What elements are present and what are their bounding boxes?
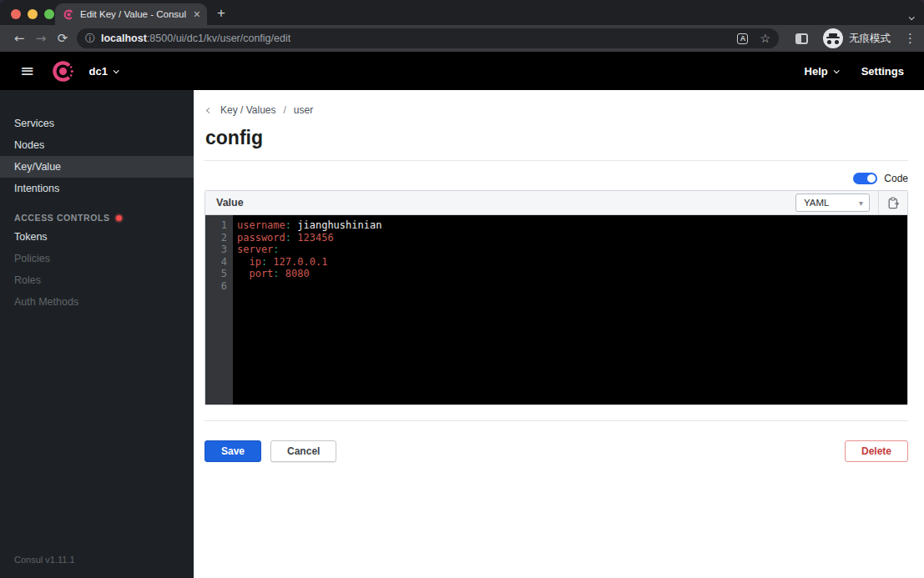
- line-number: 4: [205, 256, 227, 269]
- site-info-icon[interactable]: ⓘ: [85, 32, 95, 46]
- settings-link[interactable]: Settings: [861, 65, 904, 78]
- breadcrumb-back-icon[interactable]: [206, 107, 212, 113]
- sidebar-item-services[interactable]: Services: [0, 113, 194, 134]
- cancel-button[interactable]: Cancel: [270, 440, 336, 462]
- incognito-icon: [823, 28, 843, 48]
- url-text: localhost:8500/ui/dc1/kv/user/config/edi…: [101, 33, 737, 44]
- breadcrumb-current[interactable]: user: [294, 104, 313, 116]
- copy-button[interactable]: [878, 191, 907, 214]
- help-label: Help: [805, 65, 828, 78]
- clipboard-icon: [888, 197, 899, 209]
- code-line: [237, 280, 907, 293]
- sidebar-item-nodes[interactable]: Nodes: [0, 134, 194, 156]
- code-line: password: 123456: [237, 232, 907, 244]
- incognito-label: 无痕模式: [849, 32, 891, 46]
- line-number: 1: [205, 219, 227, 232]
- new-tab-button[interactable]: +: [217, 5, 225, 22]
- breadcrumb-separator: /: [283, 104, 285, 116]
- delete-button[interactable]: Delete: [845, 440, 908, 462]
- sidebar-item-key-value[interactable]: Key/Value: [0, 156, 194, 178]
- code-line: server:: [237, 244, 907, 256]
- line-number: 6: [205, 280, 227, 293]
- close-window-button[interactable]: [11, 9, 21, 19]
- breadcrumb: Key / Values / user: [204, 104, 908, 116]
- back-icon[interactable]: ←: [8, 31, 30, 46]
- side-panel-icon[interactable]: [795, 33, 808, 44]
- maximize-window-button[interactable]: [44, 9, 54, 19]
- line-number-gutter: 123456: [205, 215, 233, 405]
- translate-icon[interactable]: A: [737, 33, 748, 44]
- sidebar-item-tokens[interactable]: Tokens: [0, 226, 194, 248]
- sidebar-item-intentions[interactable]: Intentions: [0, 178, 194, 199]
- action-buttons-row: Save Cancel Delete: [204, 440, 908, 462]
- main-content: Key / Values / user config Code Value YA…: [194, 90, 924, 578]
- reload-icon[interactable]: ⟳: [52, 31, 73, 46]
- value-panel: Value YAML ▾ 123456 use: [204, 190, 908, 405]
- chevron-down-icon: [833, 68, 839, 73]
- page-title: config: [204, 127, 908, 161]
- divider: [204, 420, 908, 421]
- url-path: :8500/ui/dc1/kv/user/config/edit: [147, 33, 290, 44]
- code-content: username: jianghushinianpassword: 123456…: [233, 215, 907, 405]
- forward-icon[interactable]: →: [30, 31, 52, 46]
- browser-tab-strip: Edit Key / Value - Consul × +: [0, 0, 924, 25]
- minimize-window-button[interactable]: [28, 9, 38, 19]
- code-editor[interactable]: 123456 username: jianghushinianpassword:…: [205, 215, 907, 405]
- window-controls: [11, 9, 54, 19]
- datacenter-dropdown[interactable]: dc1: [89, 65, 118, 78]
- datacenter-label: dc1: [89, 65, 108, 78]
- code-toggle-label: Code: [884, 173, 908, 184]
- sidebar-acl-nav: TokensPoliciesRolesAuth Methods: [0, 226, 194, 313]
- hamburger-menu-icon[interactable]: ≡: [20, 63, 35, 80]
- sidebar: ServicesNodesKey/ValueIntentions ACCESS …: [0, 90, 194, 578]
- access-controls-label: ACCESS CONTROLS: [14, 213, 110, 223]
- select-caret-icon: ▾: [859, 199, 863, 208]
- consul-logo-icon: [52, 60, 74, 83]
- line-number: 2: [205, 232, 227, 244]
- save-button[interactable]: Save: [204, 440, 261, 462]
- url-host: localhost: [101, 33, 147, 44]
- browser-window: Edit Key / Value - Consul × + ← → ⟳ ⓘ lo…: [0, 0, 924, 578]
- code-line: ip: 127.0.0.1: [237, 256, 907, 269]
- code-line: username: jianghushinian: [237, 219, 907, 232]
- breadcrumb-link[interactable]: Key / Values: [220, 104, 275, 116]
- value-panel-header: Value YAML ▾: [205, 191, 907, 215]
- code-line: port: 8080: [237, 268, 907, 280]
- status-dot-icon: [116, 215, 122, 221]
- sidebar-main-nav: ServicesNodesKey/ValueIntentions: [0, 113, 194, 199]
- line-number: 3: [205, 244, 227, 256]
- browser-toolbar: ← → ⟳ ⓘ localhost:8500/ui/dc1/kv/user/co…: [0, 25, 924, 52]
- browser-menu-icon[interactable]: ⋮: [904, 31, 916, 46]
- code-toggle[interactable]: [853, 173, 877, 184]
- browser-tab[interactable]: Edit Key / Value - Consul ×: [55, 3, 207, 25]
- format-select-value: YAML: [804, 198, 829, 208]
- format-select[interactable]: YAML ▾: [795, 194, 870, 212]
- value-label: Value: [216, 197, 244, 209]
- consul-favicon-icon: [63, 9, 74, 20]
- consul-version-label: Consul v1.11.1: [14, 555, 75, 565]
- access-controls-section: ACCESS CONTROLS: [0, 213, 194, 223]
- sidebar-item-policies: Policies: [0, 248, 194, 269]
- consul-top-nav: ≡ dc1 Help Settings: [0, 52, 924, 90]
- help-dropdown[interactable]: Help: [805, 65, 838, 78]
- tab-close-icon[interactable]: ×: [194, 8, 200, 20]
- code-toggle-row: Code: [204, 173, 908, 184]
- sidebar-item-auth-methods: Auth Methods: [0, 291, 194, 313]
- bookmark-star-icon[interactable]: ☆: [760, 32, 770, 45]
- tab-title: Edit Key / Value - Consul: [80, 9, 194, 19]
- incognito-badge: 无痕模式: [823, 28, 891, 48]
- tab-list-chevron-icon[interactable]: [909, 8, 913, 23]
- sidebar-item-roles: Roles: [0, 269, 194, 291]
- address-bar[interactable]: ⓘ localhost:8500/ui/dc1/kv/user/config/e…: [77, 28, 779, 48]
- line-number: 5: [205, 268, 227, 280]
- chevron-down-icon: [114, 68, 119, 73]
